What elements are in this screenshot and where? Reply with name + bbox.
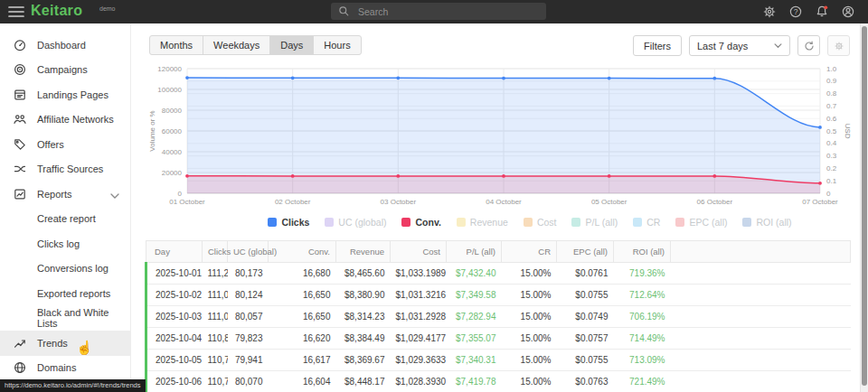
cell-p-l-all: $7,419.78 — [447, 371, 502, 392]
svg-text:120000: 120000 — [157, 65, 182, 73]
brand-logo[interactable]: Keitaro — [31, 3, 82, 19]
cell-revenue: $8,369.67 — [336, 350, 391, 371]
legend-item-cr[interactable]: CR — [633, 217, 660, 228]
sidebar-item-clicks-log[interactable]: Clicks log — [0, 231, 130, 257]
toolbar-right: Filters Last 7 days — [633, 35, 850, 56]
hamburger-menu-icon[interactable] — [8, 5, 24, 18]
legend-swatch — [268, 218, 277, 227]
legend-label: ROI (all) — [756, 217, 791, 228]
column-header-roi-all[interactable]: ROI (all) — [614, 241, 671, 263]
help-icon[interactable]: ? — [788, 5, 803, 19]
column-header-uc-global[interactable]: UC (global) — [228, 241, 269, 263]
cell-cost: $1,029.4177 — [391, 328, 447, 350]
cell-conv: 16,650 — [269, 306, 336, 328]
sidebar-item-affiliate-networks[interactable]: Affiliate Networks — [0, 107, 130, 133]
legend-swatch — [675, 218, 684, 227]
table-row: 2025-10-05110,7979,94116,617$8,369.67$1,… — [146, 350, 851, 371]
cell-clicks: 111,00 — [203, 285, 228, 306]
legend-item-cost[interactable]: Cost — [524, 217, 557, 228]
offers-icon — [13, 137, 27, 152]
gear-icon[interactable] — [762, 5, 777, 19]
column-header-p-l-all[interactable]: P/L (all) — [447, 241, 502, 263]
legend-item-roi-all[interactable]: ROI (all) — [742, 217, 791, 228]
legend-swatch — [524, 218, 533, 227]
tab-hours[interactable]: Hours — [313, 36, 360, 54]
sidebar-item-label: Conversions log — [37, 263, 108, 274]
cell-cr: 15.00% — [502, 328, 557, 350]
sidebar-item-black-and-white-lists[interactable]: Black and White Lists — [0, 306, 130, 331]
column-header-day[interactable]: Day — [146, 241, 203, 263]
cell-day: 2025-10-04 — [146, 328, 203, 350]
sidebar-item-dashboard[interactable]: Dashboard — [0, 33, 130, 58]
scrollbar-thumb[interactable] — [862, 26, 867, 386]
column-header-clicks[interactable]: Clicks — [203, 241, 228, 263]
trends-chart: 02000040000600008000010000012000000.10.2… — [147, 65, 857, 213]
cell-revenue: $8,448.17 — [336, 371, 391, 392]
refresh-button[interactable] — [797, 35, 820, 56]
cell-roi-all: 721.49% — [614, 371, 671, 392]
domains-icon — [13, 360, 27, 375]
sidebar-item-create-report[interactable]: Create report — [0, 207, 130, 232]
sidebar-item-reports[interactable]: Reports — [0, 182, 130, 207]
sidebar-item-label: Campaigns — [37, 64, 88, 75]
sidebar-item-domains[interactable]: Domains — [0, 356, 130, 381]
column-header-cr[interactable]: CR — [502, 241, 557, 263]
sidebar-item-label: Affiliate Networks — [37, 114, 114, 125]
svg-text:0.4: 0.4 — [826, 139, 837, 147]
legend-item-p-l-all[interactable]: P/L (all) — [571, 217, 618, 228]
chart-legend: ClicksUC (global)Conv.RevenueCostP/L (al… — [200, 217, 860, 228]
account-icon[interactable] — [841, 5, 855, 19]
tab-days[interactable]: Days — [269, 36, 313, 54]
legend-item-epc-all[interactable]: EPC (all) — [675, 217, 727, 228]
column-header-conv[interactable]: Conv. — [269, 241, 336, 263]
cell-filler — [671, 328, 851, 350]
legend-item-conv[interactable]: Conv. — [401, 217, 440, 228]
cell-conv: 16,604 — [269, 371, 336, 392]
search-input[interactable] — [356, 5, 523, 18]
legend-swatch — [457, 218, 466, 227]
sidebar-item-exported-reports[interactable]: Exported reports — [0, 281, 130, 306]
tab-months[interactable]: Months — [150, 36, 203, 54]
legend-item-revenue[interactable]: Revenue — [457, 217, 508, 228]
column-header-epc-all[interactable]: EPC (all) — [557, 241, 614, 263]
sidebar-item-offers[interactable]: Offers — [0, 132, 130, 157]
notifications-bell-icon[interactable] — [815, 5, 829, 19]
brand-demo-badge: demo — [99, 5, 116, 12]
sidebar-item-label: Clicks log — [37, 238, 80, 249]
sidebar-item-label: Offers — [37, 139, 64, 150]
cell-day: 2025-10-05 — [146, 350, 203, 371]
table-row: 2025-10-04110,8079,82316,620$8,384.49$1,… — [146, 328, 851, 350]
table-row: 2025-10-03111,0080,05716,650$8,314.23$1,… — [146, 306, 851, 328]
legend-swatch — [633, 218, 642, 227]
sidebar-item-label: Domains — [37, 362, 76, 373]
column-header-cost[interactable]: Cost — [391, 241, 447, 263]
vertical-scrollbar — [860, 23, 868, 392]
legend-item-uc-global[interactable]: UC (global) — [325, 217, 386, 228]
sidebar-item-campaigns[interactable]: Campaigns — [0, 58, 130, 83]
chart-settings-gear-button[interactable] — [827, 35, 850, 56]
trends-icon — [13, 336, 27, 350]
cell-clicks: 111,21 — [203, 263, 228, 285]
sidebar-item-landings-pages[interactable]: Landings Pages — [0, 82, 130, 107]
sidebar-item-label: Black and White Lists — [37, 307, 130, 329]
sidebar-item-traffic-sources[interactable]: Traffic Sources — [0, 157, 130, 182]
tab-weekdays[interactable]: Weekdays — [203, 36, 269, 54]
period-tabs: MonthsWeekdaysDaysHours — [149, 35, 362, 55]
svg-text:0.2: 0.2 — [826, 164, 837, 173]
svg-text:20000: 20000 — [162, 169, 183, 177]
sidebar-item-trends[interactable]: Trends — [0, 331, 130, 356]
column-header-revenue[interactable]: Revenue — [336, 241, 391, 263]
global-search[interactable] — [331, 3, 546, 20]
cell-roi-all: 713.09% — [614, 350, 671, 371]
table-row: 2025-10-06110,7080,07016,604$8,448.17$1,… — [146, 371, 851, 392]
sidebar-item-conversions-log[interactable]: Conversions log — [0, 257, 130, 282]
sidebar-item-label: Create report — [37, 213, 96, 224]
filters-button[interactable]: Filters — [633, 35, 682, 56]
legend-label: UC (global) — [338, 217, 386, 228]
date-range-select[interactable]: Last 7 days — [689, 35, 790, 56]
legend-item-clicks[interactable]: Clicks — [268, 217, 309, 228]
svg-text:0.5: 0.5 — [826, 127, 837, 135]
main-content: MonthsWeekdaysDaysHours Filters Last 7 d… — [132, 23, 859, 392]
legend-label: Cost — [537, 217, 557, 228]
dashboard-icon — [13, 38, 27, 52]
